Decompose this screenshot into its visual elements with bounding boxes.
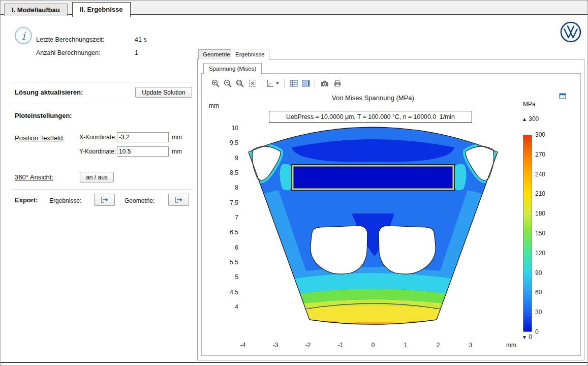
magnet-region[interactable] <box>293 166 453 189</box>
y-tick-label: 4 <box>214 303 238 311</box>
camera-icon <box>320 79 329 88</box>
window-bottom-border <box>1 362 587 363</box>
y-tick-label: 7.5 <box>214 199 238 206</box>
divider <box>11 189 193 190</box>
stress-band-yellow <box>281 305 466 334</box>
textfield-position-label: Position Textfeld: <box>15 134 65 142</box>
toolbar-separator <box>261 79 261 87</box>
x-tick-label: -4 <box>233 342 253 349</box>
toolbar-separator <box>284 79 285 87</box>
legend-tick-label: 300 <box>535 131 545 138</box>
legend-panel-icon <box>301 79 311 88</box>
divider <box>11 104 193 104</box>
grid-icon <box>289 79 298 88</box>
legend-tick-label: 240 <box>535 171 545 178</box>
view-360-label: 360° Ansicht: <box>15 173 53 181</box>
export-icon <box>174 196 184 204</box>
legend-min: ▼ 0 <box>522 333 532 341</box>
x-tick-label: -2 <box>298 342 318 349</box>
y-coordinate-label: Y-Koordinate: <box>79 148 116 155</box>
computation-count-label: Anzahl Berechnungen: <box>36 49 100 56</box>
dropdown-caret-icon <box>276 82 279 85</box>
x-axis-unit: mm <box>501 342 521 349</box>
legend-tick-label: 30 <box>535 309 542 316</box>
fem-plot-canvas[interactable] <box>232 105 514 339</box>
y-tick-label: 4.5 <box>214 289 238 296</box>
y-tick-label: 5.5 <box>214 259 238 266</box>
computation-count-value: 1 <box>135 49 138 56</box>
zoom-extents-icon <box>248 79 257 88</box>
tab-modellaufbau[interactable]: I. Modellaufbau <box>4 4 68 16</box>
y-tick-label: 6 <box>214 244 238 251</box>
y-tick-label: 9 <box>214 155 238 162</box>
tab-spannung-mises[interactable]: Spannung (Mises) <box>203 63 262 74</box>
export-heading: Export: <box>15 196 38 204</box>
divider <box>11 82 193 82</box>
export-geometry-label: Geometrie: <box>125 197 154 204</box>
legend-max-arrow-icon: ▲ <box>522 116 527 122</box>
legend-min-value: 0 <box>529 333 532 341</box>
detach-window-button[interactable] <box>559 92 567 100</box>
view-orientation-button[interactable] <box>264 78 281 89</box>
legend-colorbar <box>523 135 532 332</box>
app-window: I. Modellaufbau II. Ergebnisse i Letzte … <box>0 0 588 366</box>
y-tick-label: 5 <box>214 273 238 281</box>
legend-toggle-button[interactable] <box>300 78 312 89</box>
update-solution-button[interactable]: Update Solution <box>135 87 192 98</box>
legend-tick-label: 270 <box>535 151 545 158</box>
legend-tick-label: 180 <box>535 210 545 217</box>
legend-tick-label: 210 <box>535 190 545 197</box>
view-360-toggle-button[interactable]: an / aus <box>80 172 114 182</box>
print-icon <box>333 79 342 88</box>
stress-spot-orange-center <box>339 322 407 331</box>
x-tick-label: 2 <box>428 342 448 349</box>
info-icon: i <box>14 26 33 45</box>
plot-settings-heading: Ploteinstellungen: <box>15 112 72 119</box>
vw-logo-icon <box>560 21 581 43</box>
y-coordinate-unit: mm <box>172 148 182 155</box>
legend-unit: MPa <box>523 101 536 108</box>
y-tick-label: 7 <box>214 214 238 221</box>
x-tick-label: 1 <box>395 342 416 349</box>
update-solution-label: Lösung aktualisieren: <box>15 88 83 96</box>
tab-ergebnisse[interactable]: II. Ergebnisse <box>72 2 131 17</box>
view-orientation-icon <box>265 79 280 88</box>
x-coordinate-label: X-Koordinate: <box>79 134 116 141</box>
detach-window-icon <box>559 92 567 100</box>
zoom-extents-button[interactable] <box>247 78 258 89</box>
legend-tick-label: 90 <box>535 269 542 277</box>
legend-min-arrow-icon: ▼ <box>522 334 527 340</box>
y-tick-label: 8 <box>214 184 238 191</box>
x-axis-ticks: -4-3-2-10123 <box>1 342 588 351</box>
x-coordinate-input[interactable] <box>117 132 169 142</box>
toolbar-separator <box>315 79 315 87</box>
plot-annotation: UebPress = 10.0000 μm, T = 100.000 °C, n… <box>269 111 472 123</box>
y-tick-label: 8.5 <box>214 169 238 176</box>
export-geometry-button[interactable] <box>168 194 189 206</box>
tab-ergebnisse-plot[interactable]: Ergebnisse <box>231 49 269 60</box>
legend-tick-label: 150 <box>535 230 545 237</box>
x-tick-label: -1 <box>330 342 351 349</box>
legend-tick-label: 0 <box>535 328 539 336</box>
y-tick-label: 10 <box>214 125 238 132</box>
export-icon <box>100 196 110 204</box>
legend-tick-label: 60 <box>535 289 542 296</box>
x-tick-label: 0 <box>363 342 383 349</box>
x-tick-label: 3 <box>460 342 481 349</box>
y-coordinate-input[interactable] <box>117 146 169 157</box>
y-tick-label: 6.5 <box>214 229 238 236</box>
last-computation-label: Letzte Berechnungszeit: <box>36 36 104 43</box>
legend-tick-label: 120 <box>535 250 545 257</box>
export-results-label: Ergebnisse: <box>49 197 81 204</box>
grid-toggle-button[interactable] <box>288 78 299 89</box>
x-coordinate-unit: mm <box>172 134 182 141</box>
y-tick-label: 9.5 <box>214 139 238 146</box>
snapshot-button[interactable] <box>319 78 330 89</box>
print-button[interactable] <box>332 78 343 89</box>
last-computation-value: 41 s <box>135 36 147 43</box>
plot-title: Von Mises Spannung (MPa) <box>232 94 514 102</box>
x-tick-label: -3 <box>265 342 286 349</box>
export-results-button[interactable] <box>94 194 115 206</box>
legend-tick-labels: 3002702402101801501209060300 <box>535 1 555 366</box>
